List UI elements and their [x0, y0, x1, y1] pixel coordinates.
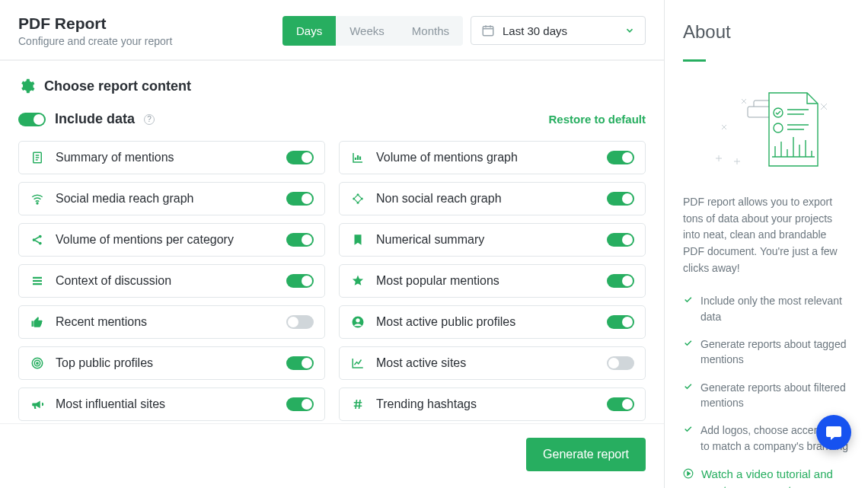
option-non-social-toggle[interactable] — [607, 192, 634, 206]
option-label: Volume of mentions per category — [56, 233, 276, 247]
generate-report-button[interactable]: Generate report — [526, 438, 646, 471]
option-label: Social media reach graph — [56, 192, 276, 206]
option-vol-graph: Volume of mentions graph — [339, 141, 646, 174]
option-active-profiles-toggle[interactable] — [607, 315, 634, 329]
option-social-reach: Social media reach graph — [18, 182, 325, 215]
megaphone-icon — [30, 397, 45, 411]
option-label: Top public profiles — [56, 356, 276, 370]
option-top-profiles: Top public profiles — [18, 346, 325, 380]
user-icon — [350, 315, 365, 329]
watch-video-link[interactable]: Watch a video tutorial and create your r… — [683, 466, 850, 488]
header: PDF Report Configure and create your rep… — [0, 0, 664, 61]
option-vol-category: Volume of mentions per category — [18, 223, 325, 257]
line-icon — [350, 356, 365, 370]
option-context: Context of discussion — [18, 264, 325, 298]
doc-icon — [30, 151, 45, 164]
svg-point-6 — [357, 202, 359, 204]
hash-icon — [350, 397, 365, 411]
about-title: About — [683, 21, 850, 43]
feature-text: Include only the most relevant data — [700, 293, 850, 324]
period-months-button[interactable]: Months — [398, 16, 463, 46]
option-recent: Recent mentions — [18, 305, 325, 339]
svg-rect-10 — [33, 277, 42, 279]
bookmark-icon — [350, 233, 365, 247]
option-label: Numerical summary — [376, 233, 596, 247]
feature-text: Generate reports about tagged mentions — [700, 336, 850, 368]
main-panel: PDF Report Configure and create your rep… — [0, 0, 665, 488]
include-data-label: Include data — [55, 111, 135, 127]
option-summary-toggle[interactable] — [286, 151, 314, 164]
option-context-toggle[interactable] — [286, 274, 314, 288]
date-range-picker[interactable]: Last 30 days — [471, 16, 646, 45]
option-label: Summary of mentions — [56, 151, 276, 164]
option-vol-category-toggle[interactable] — [286, 233, 314, 247]
option-active-sites: Most active sites — [339, 346, 646, 380]
include-data-toggle[interactable] — [18, 113, 46, 126]
svg-point-5 — [361, 198, 363, 200]
option-label: Most active sites — [376, 356, 596, 370]
page-title: PDF Report — [18, 14, 172, 33]
about-feature-item: Generate reports about tagged mentions — [683, 336, 850, 368]
option-label: Trending hashtags — [376, 397, 596, 411]
svg-point-17 — [37, 362, 38, 364]
option-popular: Most popular mentions — [339, 264, 646, 298]
section-title: Choose report content — [44, 78, 191, 94]
period-selector: Days Weeks Months — [282, 16, 463, 46]
about-feature-item: Include only the most relevant data — [683, 293, 850, 324]
option-social-reach-toggle[interactable] — [286, 192, 314, 206]
wifi-icon — [30, 192, 45, 206]
video-link-label: Watch a video tutorial and create your r… — [701, 466, 850, 488]
option-popular-toggle[interactable] — [607, 274, 634, 288]
play-icon — [683, 468, 694, 479]
option-label: Most popular mentions — [376, 274, 596, 288]
svg-point-2 — [37, 203, 38, 204]
chevron-down-icon — [624, 25, 635, 36]
option-label: Non social reach graph — [376, 192, 596, 206]
list-icon — [30, 274, 45, 288]
option-recent-toggle[interactable] — [286, 315, 314, 329]
date-range-label: Last 30 days — [503, 24, 617, 37]
help-icon[interactable]: ? — [144, 114, 155, 125]
period-days-button[interactable]: Days — [282, 16, 336, 46]
check-icon — [683, 295, 693, 305]
option-label: Recent mentions — [56, 315, 276, 329]
svg-point-3 — [353, 198, 355, 200]
option-label: Most influential sites — [56, 397, 276, 411]
option-active-profiles: Most active public profiles — [339, 305, 646, 339]
network-icon — [350, 192, 365, 206]
option-influential-toggle[interactable] — [286, 397, 314, 411]
check-icon — [683, 381, 693, 391]
chat-fab[interactable] — [816, 415, 851, 450]
about-underline — [683, 59, 706, 62]
feature-text: Generate reports about filtered mentions — [700, 380, 850, 411]
share-icon — [30, 233, 45, 247]
option-influential: Most influential sites — [18, 388, 325, 421]
svg-point-14 — [356, 318, 359, 322]
option-hashtags: Trending hashtags — [339, 388, 646, 421]
option-non-social: Non social reach graph — [339, 182, 646, 215]
option-hashtags-toggle[interactable] — [607, 397, 634, 411]
star-icon — [350, 274, 365, 288]
page-subtitle: Configure and create your report — [18, 35, 172, 47]
check-icon — [683, 338, 693, 348]
option-numerical-toggle[interactable] — [607, 233, 634, 247]
svg-rect-12 — [33, 283, 42, 285]
about-feature-item: Generate reports about filtered mentions — [683, 380, 850, 411]
option-top-profiles-toggle[interactable] — [286, 356, 314, 370]
gear-icon — [18, 78, 35, 94]
about-description: PDF report allows you to export tons of … — [683, 194, 850, 276]
bar-icon — [350, 151, 365, 164]
option-numerical: Numerical summary — [339, 223, 646, 257]
option-active-sites-toggle[interactable] — [607, 356, 634, 370]
svg-point-4 — [357, 193, 359, 196]
target-icon — [30, 356, 45, 370]
option-vol-graph-toggle[interactable] — [607, 151, 634, 164]
thumb-icon — [30, 315, 45, 329]
calendar-icon — [481, 24, 495, 37]
restore-default-button[interactable]: Restore to default — [548, 113, 646, 126]
svg-rect-11 — [33, 280, 42, 282]
option-label: Volume of mentions graph — [376, 151, 596, 164]
option-summary: Summary of mentions — [18, 141, 325, 174]
check-icon — [683, 424, 693, 434]
period-weeks-button[interactable]: Weeks — [336, 16, 398, 46]
